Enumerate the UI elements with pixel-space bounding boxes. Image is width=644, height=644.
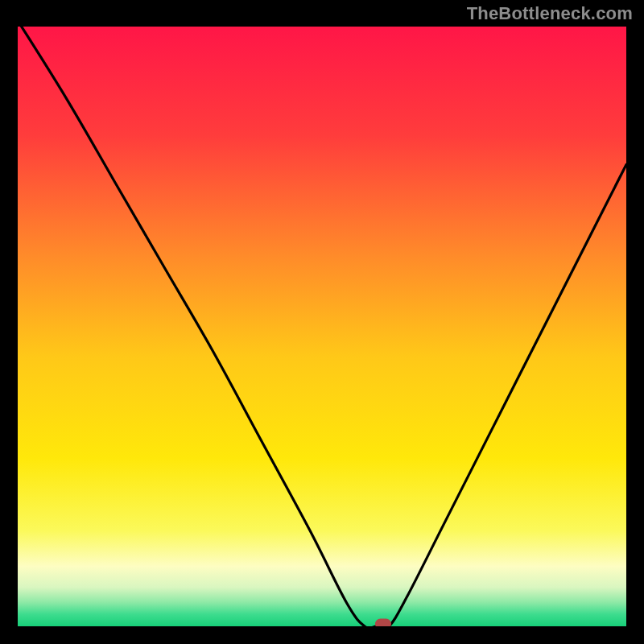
optimal-marker (375, 619, 391, 627)
chart-container: TheBottleneck.com (0, 0, 644, 644)
plot-area (18, 27, 626, 626)
svg-rect-0 (18, 27, 626, 626)
gradient-background (18, 27, 626, 626)
watermark-text: TheBottleneck.com (467, 3, 633, 24)
